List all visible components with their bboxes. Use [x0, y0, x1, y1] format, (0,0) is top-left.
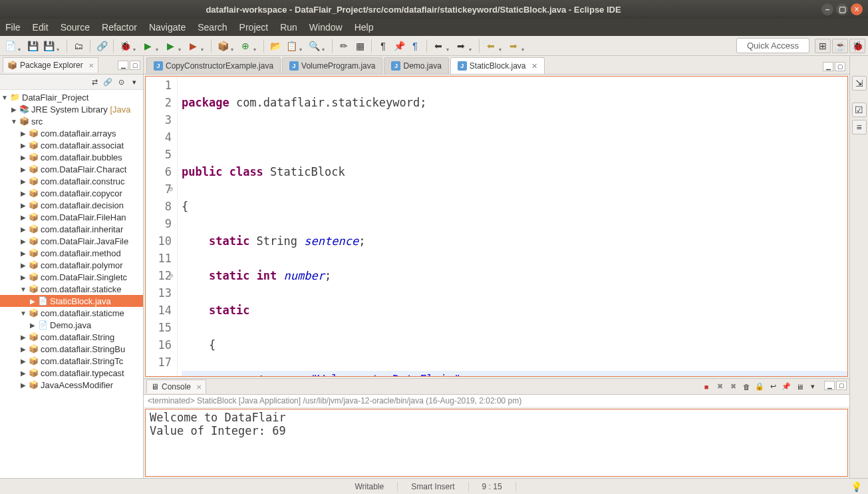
view-menu-button[interactable]: ▾	[128, 76, 140, 88]
toggle-block-button[interactable]: ▦	[353, 39, 367, 53]
outline-button[interactable]: ≡	[852, 120, 867, 134]
java-perspective-button[interactable]: ☕	[832, 39, 848, 53]
menu-navigate[interactable]: Navigate	[149, 22, 186, 33]
remove-all-button[interactable]: ✖	[727, 381, 739, 393]
new-class-button[interactable]: ⊕	[238, 39, 253, 53]
annotation-prev-button[interactable]: ⬅	[431, 39, 446, 53]
tree-package[interactable]: ▶com.dataflair.construc	[0, 175, 143, 187]
debug-perspective-button[interactable]: 🐞	[849, 39, 865, 53]
close-icon[interactable]: ✕	[196, 383, 202, 391]
search-button[interactable]: 🔍	[307, 39, 321, 53]
minimize-editor-button[interactable]: ▁	[823, 62, 833, 71]
tree-project[interactable]: ▼DataFlair_Project	[0, 91, 143, 103]
save-all-button[interactable]: 💾	[41, 39, 56, 53]
tree-package[interactable]: ▶com.dataflair.polymor	[0, 259, 143, 271]
focus-button[interactable]: ⊙	[115, 76, 127, 88]
tree-file[interactable]: ▶Demo.java	[0, 319, 143, 331]
type-hierarchy-button[interactable]: 📋	[284, 39, 299, 53]
skip-breakpoints-button[interactable]: 🔗	[94, 39, 109, 53]
tree-package[interactable]: ▶com.dataflair.String	[0, 331, 143, 343]
show-whitespace-button[interactable]: ¶	[376, 39, 390, 53]
menu-help[interactable]: Help	[355, 22, 374, 33]
tree-package[interactable]: ▶com.dataflair.decision	[0, 199, 143, 211]
open-console-button[interactable]: ▾	[807, 381, 819, 393]
restore-button[interactable]: ⇲	[852, 76, 867, 91]
maximize-button[interactable]: ▢	[836, 3, 848, 15]
pin-button[interactable]: 📌	[392, 39, 406, 53]
tree-package[interactable]: ▶com.DataFlair.FileHan	[0, 211, 143, 223]
menu-source[interactable]: Source	[61, 22, 90, 33]
tree-package[interactable]: ▼com.dataflair.staticke	[0, 283, 143, 295]
tree-package[interactable]: ▶com.dataflair.associat	[0, 139, 143, 151]
package-explorer-tab[interactable]: 📦 Package Explorer ✕	[3, 57, 98, 73]
menu-edit[interactable]: Edit	[33, 22, 49, 33]
menu-search[interactable]: Search	[198, 22, 227, 33]
tree-src[interactable]: ▼src	[0, 115, 143, 127]
tree-jre[interactable]: ▶JRE System Library [Java	[0, 103, 143, 115]
remove-launch-button[interactable]: ✖	[714, 381, 726, 393]
tree-package[interactable]: ▶com.dataflair.typecast	[0, 367, 143, 379]
minimize-console-button[interactable]: ▁	[824, 381, 835, 390]
clear-console-button[interactable]: 🗑	[740, 381, 752, 393]
display-console-button[interactable]: 🖥	[794, 381, 805, 393]
package-tree[interactable]: ▼DataFlair_Project ▶JRE System Library […	[0, 90, 143, 478]
menu-file[interactable]: File	[5, 22, 21, 33]
scroll-lock-button[interactable]: 🔒	[754, 381, 766, 393]
code-area[interactable]: package com.dataflair.statickeyword; pub…	[178, 77, 847, 376]
menu-run[interactable]: Run	[280, 22, 297, 33]
code-editor[interactable]: 123456 7⊖891011 12⊖1314151617 package co…	[145, 76, 848, 377]
maximize-console-button[interactable]: ▢	[836, 381, 847, 390]
toggle-mark-button[interactable]: ✏	[337, 39, 351, 53]
pin-console-button[interactable]: 📌	[780, 381, 792, 393]
tip-icon[interactable]: 💡	[851, 481, 861, 492]
menu-refactor[interactable]: Refactor	[102, 22, 137, 33]
task-list-button[interactable]: ☑	[852, 103, 867, 117]
open-type-button[interactable]: 📂	[268, 39, 283, 53]
tree-package[interactable]: ▶com.dataflair.bubbles	[0, 151, 143, 163]
save-button[interactable]: 💾	[25, 39, 40, 53]
tree-package[interactable]: ▶com.DataFlair.Singletc	[0, 271, 143, 283]
close-icon[interactable]: ✕	[88, 62, 94, 69]
console-tab[interactable]: 🖥 Console ✕	[146, 379, 206, 393]
collapse-all-button[interactable]: ⇄	[88, 76, 100, 88]
tree-package[interactable]: ▶com.dataflair.arrays	[0, 127, 143, 139]
maximize-editor-button[interactable]: ▢	[835, 62, 845, 71]
tree-package[interactable]: ▶JavaAcessModifier	[0, 379, 143, 391]
tree-package[interactable]: ▼com.dataflair.staticme	[0, 307, 143, 319]
minimize-button[interactable]: –	[821, 3, 833, 15]
maximize-view-button[interactable]: ▢	[130, 61, 140, 70]
quick-access-input[interactable]: Quick Access	[736, 38, 809, 53]
menu-project[interactable]: Project	[239, 22, 269, 33]
editor-tab-active[interactable]: JStaticBlock.java✕	[450, 57, 545, 74]
minimize-view-button[interactable]: ▁	[118, 61, 128, 70]
tree-package[interactable]: ▶com.DataFlair.JavaFile	[0, 235, 143, 247]
run-button[interactable]: ▶	[140, 39, 155, 53]
new-button[interactable]: 📄	[3, 39, 17, 53]
tree-package[interactable]: ▶com.dataflair.StringTc	[0, 355, 143, 367]
toggle-breadcrumb-button[interactable]: 🗂	[71, 39, 86, 53]
debug-button[interactable]: 🐞	[118, 39, 132, 53]
new-package-button[interactable]: 📦	[216, 39, 230, 53]
paragraph-button[interactable]: ¶	[408, 39, 422, 53]
editor-tab[interactable]: JCopyConstructorExample.java	[146, 57, 281, 74]
link-editor-button[interactable]: 🔗	[102, 76, 114, 88]
close-button[interactable]: ×	[851, 3, 863, 15]
tree-package[interactable]: ▶com.dataflair.StringBu	[0, 343, 143, 355]
editor-tab[interactable]: JDemo.java	[384, 57, 448, 74]
tree-package[interactable]: ▶com.dataflair.copycor	[0, 187, 143, 199]
menu-window[interactable]: Window	[309, 22, 343, 33]
tree-package[interactable]: ▶com.dataflair.method	[0, 247, 143, 259]
editor-tab[interactable]: JVolumeProgram.java	[282, 57, 382, 74]
terminate-button[interactable]: ■	[700, 381, 712, 393]
open-perspective-button[interactable]: ⊞	[815, 39, 831, 53]
coverage-button[interactable]: ▶	[163, 39, 178, 53]
back-button[interactable]: ⬅	[484, 39, 498, 53]
tree-package[interactable]: ▶com.DataFlair.Charact	[0, 163, 143, 175]
external-tools-button[interactable]: ▶	[186, 39, 200, 53]
console-output[interactable]: Welcome to DataFlair Value of Integer: 6…	[145, 409, 848, 477]
word-wrap-button[interactable]: ↩	[767, 381, 779, 393]
tree-file-selected[interactable]: ▶StaticBlock.java	[0, 295, 143, 307]
annotation-next-button[interactable]: ➡	[454, 39, 468, 53]
forward-button[interactable]: ➡	[506, 39, 521, 53]
close-tab-icon[interactable]: ✕	[531, 62, 537, 71]
